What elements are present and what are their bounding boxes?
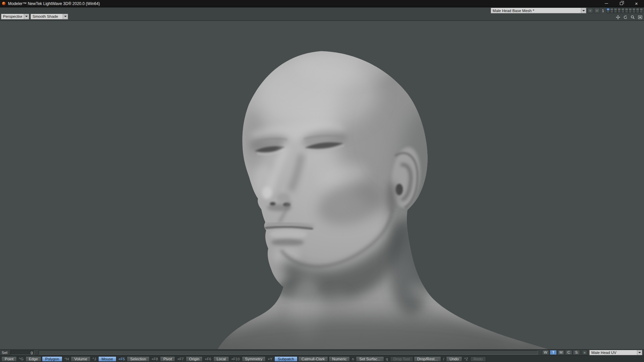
mode-item: Edge (25, 356, 42, 362)
rotate-icon (623, 15, 628, 19)
mode-button-undo[interactable]: Undo (446, 356, 462, 362)
chevron-down-icon (637, 350, 642, 355)
mode-item: Drop Tool (390, 356, 414, 362)
mode-button-volume[interactable]: Volume (71, 356, 90, 362)
mode-item: Symmetry+Y (241, 356, 274, 362)
chevron-down-icon (581, 8, 586, 13)
mode-button-redo: Redo (470, 356, 486, 362)
modeler-window: Modeler™ NewTek LightWave 3D® 2020.0 (Wi… (0, 0, 644, 362)
mode-shortcut: +F6 (203, 357, 213, 361)
mode-item: Point^G (1, 356, 25, 362)
layer-slot-8[interactable] (632, 8, 636, 13)
rotate-view-button[interactable] (622, 14, 628, 20)
mode-button-mouse[interactable]: Mouse (98, 356, 117, 362)
mode-button-origin[interactable]: Origin (186, 356, 203, 362)
add-vmap-button[interactable]: + (582, 350, 587, 355)
mode-item: Redo (470, 356, 487, 362)
vmap-type-s-button[interactable]: S (573, 350, 580, 355)
chevron-down-icon (63, 14, 68, 19)
viewport-header: Perspective Smooth Shade Male Head Base … (0, 7, 644, 21)
mode-button-set-surfac[interactable]: Set Surfac... (356, 356, 384, 362)
viewport-3d[interactable] (0, 21, 644, 349)
zoom-view-button[interactable] (630, 14, 636, 20)
mode-button-subpatch[interactable]: Subpatch (274, 356, 298, 362)
mode-shortcut: ^G (17, 357, 25, 361)
shading-mode-dropdown[interactable]: Smooth Shade (31, 14, 68, 19)
layer-slot-7[interactable] (629, 8, 632, 13)
window-title: Modeler™ NewTek LightWave 3D® 2020.0 (Wi… (8, 1, 100, 6)
vmap-type-t-button[interactable]: T (550, 350, 557, 355)
layer-slot-10[interactable] (640, 8, 643, 13)
mode-shortcut: +F7 (175, 357, 185, 361)
mode-button-point[interactable]: Point (1, 356, 17, 362)
layer-slot-3[interactable] (614, 8, 617, 13)
fit-view-button[interactable] (637, 14, 643, 20)
layer-step-back-button[interactable]: ‹ (588, 8, 593, 13)
zoom-icon (631, 15, 635, 19)
mode-button-local[interactable]: Local (213, 356, 229, 362)
mode-shortcut: q (384, 357, 390, 361)
mode-item: Mouse+F5 (98, 356, 127, 362)
restore-icon (620, 2, 623, 5)
chevron-down-icon (24, 14, 29, 19)
mode-button-selection[interactable]: Selection (127, 356, 149, 362)
mode-item: Volume^J (70, 356, 98, 362)
close-icon: × (635, 1, 638, 6)
mode-button-numeric[interactable]: Numeric (329, 356, 350, 362)
male-head-model[interactable] (0, 21, 644, 349)
mode-button-polygon[interactable]: Polygon (42, 356, 63, 362)
layer-bank (606, 8, 643, 13)
mode-item: Local+F10 (213, 356, 241, 362)
mode-item: Subpatch (274, 356, 298, 362)
mode-item: Set Surfac...q (356, 356, 389, 362)
layer-slot-9[interactable] (636, 8, 639, 13)
mode-shortcut: n (350, 357, 356, 361)
mode-shortcut: +F10 (229, 357, 241, 361)
mode-shortcut: / (441, 357, 446, 361)
minimize-button[interactable] (599, 0, 614, 7)
view-mode-dropdown[interactable]: Perspective (1, 14, 29, 19)
layer-slot-2[interactable] (610, 8, 613, 13)
vmap-type-w-button[interactable]: W (542, 350, 549, 355)
vmap-type-m-button[interactable]: M (557, 350, 565, 355)
mode-item: Drop/Rest.../ (414, 356, 446, 362)
mode-shortcut: ^J (91, 357, 98, 361)
view-mode-value: Perspective (3, 14, 22, 18)
mode-item: Catmull-Clark (298, 356, 329, 362)
mode-button-symmetry[interactable]: Symmetry (242, 356, 266, 362)
mode-item: Origin+F6 (185, 356, 213, 362)
close-button[interactable]: × (629, 0, 644, 7)
layer-slot-6[interactable] (625, 8, 628, 13)
mode-button-drop-rest[interactable]: Drop/Rest... (414, 356, 441, 362)
vmap-type-c-button[interactable]: C (565, 350, 572, 355)
layer-step-forward-button[interactable]: › (594, 8, 600, 13)
mode-button-edge[interactable]: Edge (25, 356, 41, 362)
vmap-selector-dropdown[interactable]: Male Head UV (589, 350, 642, 355)
selection-status-bar: Sel: 0 WTMCS + Male Head UV (0, 349, 644, 355)
mode-shortcut: +F8 (150, 357, 160, 361)
minimize-icon (605, 3, 608, 4)
mode-button-catmull-clark[interactable]: Catmull-Clark (298, 356, 328, 362)
layer-slot-5[interactable] (621, 8, 625, 13)
mesh-selector-dropdown[interactable]: Male Head Base Mesh * (491, 8, 586, 13)
restore-button[interactable] (614, 0, 629, 7)
mesh-name-value: Male Head Base Mesh * (493, 9, 579, 13)
mode-button-drop-tool: Drop Tool (390, 356, 413, 362)
mode-shortcut: ^Z (463, 357, 470, 361)
mode-item: Pivot+F7 (160, 356, 185, 362)
mode-button-pivot[interactable]: Pivot (160, 356, 175, 362)
mode-item: Undo^Z (446, 356, 470, 362)
vmap-name-value: Male Head UV (591, 351, 635, 355)
layer-slot-1[interactable] (606, 8, 610, 13)
mode-bar: Point^GEdgePolygon^HVolume^JMouse+F5Sele… (0, 355, 644, 362)
sel-count: 0 (10, 350, 35, 355)
layer-slot-4[interactable] (618, 8, 621, 13)
mode-item: Polygon^H (42, 356, 71, 362)
app-icon (2, 1, 6, 6)
shading-mode-value: Smooth Shade (33, 14, 61, 18)
layer-number: 1 (601, 9, 605, 13)
pan-view-button[interactable] (615, 14, 621, 20)
mode-shortcut: +Y (266, 357, 274, 361)
mode-shortcut: +F5 (117, 357, 126, 361)
sel-label: Sel: (2, 351, 8, 355)
